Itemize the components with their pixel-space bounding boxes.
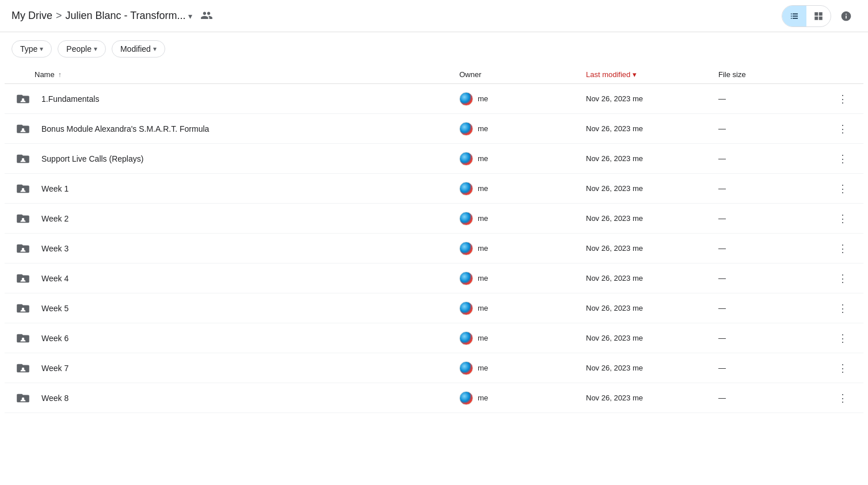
- file-owner: me: [459, 182, 586, 196]
- folder-icon: [12, 213, 35, 224]
- info-button[interactable]: [836, 6, 856, 26]
- more-options-button[interactable]: ⋮: [833, 90, 852, 108]
- avatar: [459, 212, 473, 226]
- list-view-button[interactable]: [782, 6, 806, 26]
- more-options-button[interactable]: ⋮: [833, 269, 852, 288]
- file-name: Bonus Module Alexandra's S.M.A.R.T. Form…: [35, 124, 459, 133]
- type-filter-button[interactable]: Type ▾: [12, 40, 52, 58]
- table-row[interactable]: Support Live Calls (Replays) me Nov 26, …: [5, 144, 863, 174]
- breadcrumb-separator: >: [56, 10, 62, 22]
- view-toggle: [782, 5, 831, 27]
- file-name: Week 4: [35, 274, 459, 283]
- file-modified: Nov 26, 2023 me: [586, 214, 718, 223]
- file-name: Week 5: [35, 304, 459, 313]
- breadcrumb-chevron-icon: ▾: [188, 12, 192, 21]
- file-size: —: [718, 394, 833, 402]
- folder-icon: [12, 363, 35, 373]
- more-options-button[interactable]: ⋮: [833, 150, 852, 168]
- folder-icon: [12, 333, 35, 343]
- table-row[interactable]: Week 3 me Nov 26, 2023 me — ⋮: [5, 234, 863, 263]
- more-options-button[interactable]: ⋮: [833, 120, 852, 138]
- my-drive-link[interactable]: My Drive: [12, 10, 52, 22]
- avatar: [459, 152, 473, 166]
- shared-folder-icon[interactable]: [200, 9, 213, 22]
- folder-icon: [12, 303, 35, 314]
- file-size: —: [718, 154, 833, 163]
- modified-filter-chevron-icon: ▾: [153, 45, 157, 53]
- file-size: —: [718, 274, 833, 282]
- folder-icon: [12, 243, 35, 254]
- more-options-button[interactable]: ⋮: [833, 359, 852, 377]
- file-size: —: [718, 94, 833, 103]
- file-size: —: [718, 124, 833, 133]
- file-modified: Nov 26, 2023 me: [586, 364, 718, 372]
- modified-column-header[interactable]: Last modified ▾: [586, 70, 718, 79]
- file-name: Week 3: [35, 244, 459, 253]
- type-filter-chevron-icon: ▾: [40, 45, 43, 53]
- people-filter-button[interactable]: People ▾: [58, 40, 106, 58]
- file-table: Name ↑ Owner Last modified ▾ File size 1…: [0, 66, 868, 413]
- modified-sort-arrow-icon: ▾: [633, 70, 637, 79]
- file-owner: me: [459, 242, 586, 255]
- file-name: Week 7: [35, 364, 459, 373]
- file-modified: Nov 26, 2023 me: [586, 394, 718, 402]
- table-body: 1.Fundamentals me Nov 26, 2023 me — ⋮ Bo…: [5, 84, 863, 413]
- more-options-button[interactable]: ⋮: [833, 299, 852, 318]
- more-options-button[interactable]: ⋮: [833, 329, 852, 347]
- table-row[interactable]: Week 2 me Nov 26, 2023 me — ⋮: [5, 204, 863, 234]
- file-size: —: [718, 244, 833, 253]
- more-options-button[interactable]: ⋮: [833, 239, 852, 258]
- table-row[interactable]: Week 4 me Nov 26, 2023 me — ⋮: [5, 263, 863, 293]
- header: My Drive > Julien Blanc - Transform... ▾: [0, 0, 868, 32]
- file-name: 1.Fundamentals: [35, 94, 459, 104]
- folder-icon: [12, 124, 35, 134]
- file-size: —: [718, 214, 833, 223]
- people-filter-chevron-icon: ▾: [94, 45, 97, 53]
- folder-icon: [12, 273, 35, 284]
- file-owner: me: [459, 152, 586, 166]
- breadcrumb: My Drive > Julien Blanc - Transform... ▾: [12, 9, 782, 22]
- table-row[interactable]: Week 1 me Nov 26, 2023 me — ⋮: [5, 174, 863, 204]
- file-modified: Nov 26, 2023 me: [586, 184, 718, 193]
- avatar: [459, 331, 473, 345]
- file-name: Week 8: [35, 394, 459, 403]
- filters-bar: Type ▾ People ▾ Modified ▾: [0, 32, 868, 66]
- avatar: [459, 182, 473, 196]
- folder-icon: [12, 393, 35, 403]
- more-options-button[interactable]: ⋮: [833, 209, 852, 228]
- owner-column-header: Owner: [459, 70, 586, 79]
- file-name: Week 2: [35, 214, 459, 223]
- table-row[interactable]: Week 8 me Nov 26, 2023 me — ⋮: [5, 383, 863, 413]
- table-row[interactable]: Week 5 me Nov 26, 2023 me — ⋮: [5, 293, 863, 323]
- avatar: [459, 92, 473, 106]
- table-row[interactable]: Week 7 me Nov 26, 2023 me — ⋮: [5, 353, 863, 383]
- file-size: —: [718, 334, 833, 342]
- modified-filter-button[interactable]: Modified ▾: [112, 40, 165, 58]
- file-name: Support Live Calls (Replays): [35, 154, 459, 163]
- avatar: [459, 272, 473, 285]
- grid-view-button[interactable]: [806, 6, 831, 26]
- file-owner: me: [459, 361, 586, 375]
- file-owner: me: [459, 212, 586, 226]
- table-row[interactable]: 1.Fundamentals me Nov 26, 2023 me — ⋮: [5, 84, 863, 114]
- file-modified: Nov 26, 2023 me: [586, 244, 718, 253]
- sort-arrow-icon: ↑: [58, 71, 62, 79]
- more-options-button[interactable]: ⋮: [833, 180, 852, 198]
- more-options-button[interactable]: ⋮: [833, 389, 852, 407]
- file-size: —: [718, 184, 833, 193]
- header-controls: [782, 5, 856, 27]
- file-modified: Nov 26, 2023 me: [586, 154, 718, 163]
- file-modified: Nov 26, 2023 me: [586, 304, 718, 312]
- avatar: [459, 122, 473, 136]
- table-header: Name ↑ Owner Last modified ▾ File size: [5, 66, 863, 84]
- table-row[interactable]: Week 6 me Nov 26, 2023 me — ⋮: [5, 323, 863, 353]
- table-row[interactable]: Bonus Module Alexandra's S.M.A.R.T. Form…: [5, 114, 863, 144]
- folder-icon: [12, 94, 35, 104]
- avatar: [459, 391, 473, 405]
- file-owner: me: [459, 122, 586, 136]
- name-column-header[interactable]: Name ↑: [35, 70, 459, 79]
- avatar: [459, 301, 473, 315]
- file-modified: Nov 26, 2023 me: [586, 94, 718, 103]
- file-modified: Nov 26, 2023 me: [586, 274, 718, 282]
- current-folder-link[interactable]: Julien Blanc - Transform... ▾: [66, 10, 192, 22]
